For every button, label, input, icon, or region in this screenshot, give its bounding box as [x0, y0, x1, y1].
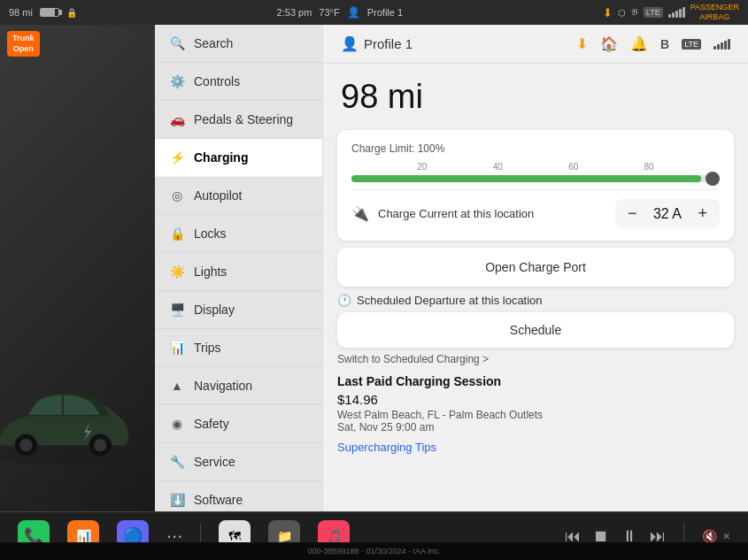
scale-20: 20	[417, 162, 427, 172]
charge-current-row: 🔌 Charge Current at this location − 32 A…	[351, 199, 720, 228]
safety-icon: ◉	[169, 416, 185, 432]
sidebar-item-controls[interactable]: ⚙️ Controls	[155, 63, 322, 101]
navigation-icon: ▲	[169, 378, 185, 394]
svg-point-4	[94, 439, 106, 451]
sidebar-label-charging: Charging	[194, 150, 248, 165]
sidebar-item-safety[interactable]: ◉ Safety	[155, 405, 322, 443]
sidebar-label-search: Search	[194, 36, 233, 50]
page-footer: 000-38599188 - 01/30/2024 - IAA Inc.	[0, 542, 748, 560]
sidebar-item-locks[interactable]: 🔒 Locks	[155, 215, 322, 253]
sidebar-label-locks: Locks	[194, 226, 227, 241]
range-value: 98 mi	[341, 78, 730, 116]
switch-charging-link[interactable]: Switch to Scheduled Charging >	[337, 353, 734, 365]
charge-amount-value: 32 A	[647, 206, 687, 222]
signal-bars	[668, 7, 685, 18]
download-status-icon: ⬇	[603, 6, 613, 19]
svg-point-2	[19, 439, 32, 451]
sidebar-label-lights: Lights	[194, 265, 227, 279]
sidebar-label-display: Display	[194, 303, 235, 317]
battery-icon	[40, 8, 59, 17]
charge-increase-button[interactable]: +	[698, 204, 707, 223]
service-icon: 🔧	[169, 454, 185, 470]
volume-slash: ✕	[722, 531, 730, 542]
locks-icon: 🔒	[169, 226, 185, 242]
charge-limit-scale: 20 40 60 80	[351, 162, 720, 172]
charge-bar-container[interactable]	[351, 175, 720, 182]
header-signal-bars	[713, 39, 730, 50]
charge-limit-label: Charge Limit: 100%	[351, 142, 720, 155]
charge-current-label: Charge Current at this location	[378, 207, 606, 220]
sidebar-label-safety: Safety	[194, 417, 229, 431]
sidebar-item-service[interactable]: 🔧 Service	[155, 443, 322, 481]
range-display: 98 mi	[9, 7, 33, 18]
profile-icon-status: 👤	[347, 6, 360, 19]
scale-40: 40	[493, 162, 503, 172]
software-icon: ⬇️	[169, 492, 185, 508]
sidebar-label-controls: Controls	[194, 74, 240, 88]
sidebar-item-search[interactable]: 🔍 Search	[155, 25, 322, 63]
range-display-area: 98 mi	[323, 64, 748, 123]
charge-limit-card: Charge Limit: 100% 20 40 60 80 🔌 Charge …	[337, 130, 734, 241]
sidebar-label-software: Software	[194, 493, 243, 507]
last-session-location: West Palm Beach, FL - Palm Beach Outlets	[337, 409, 734, 421]
open-charge-port-button[interactable]: Open Charge Port	[337, 248, 734, 287]
temperature: 73°F	[319, 7, 339, 18]
trips-icon: 📊	[169, 340, 185, 356]
header-bell-icon[interactable]: 🔔	[630, 35, 648, 52]
scale-80: 80	[644, 162, 654, 172]
charge-amount-control: − 32 A +	[615, 199, 720, 228]
header-lte-badge: LTE	[682, 39, 701, 50]
sidebar-label-autopilot: Autopilot	[194, 188, 242, 203]
charge-bar-fill	[351, 175, 701, 182]
clock: 2:53 pm	[277, 7, 312, 18]
profile-header: 👤 Profile 1 ⬇ 🏠 🔔 B LTE	[323, 25, 748, 64]
controls-icon: ⚙️	[169, 73, 185, 89]
display-icon: 🖥️	[169, 302, 185, 318]
volume-control[interactable]: 🔇 ✕	[702, 529, 730, 543]
sidebar-label-service: Service	[194, 455, 235, 469]
sidebar-item-trips[interactable]: 📊 Trips	[155, 329, 322, 367]
sidebar-item-navigation[interactable]: ▲ Navigation	[155, 367, 322, 405]
sidebar-item-display[interactable]: 🖥️ Display	[155, 291, 322, 329]
autopilot-icon: ◎	[169, 188, 185, 203]
profile-avatar-icon: 👤	[341, 35, 359, 52]
scheduled-departure-label: Scheduled Departure at this location	[357, 294, 543, 307]
bluetooth-icon: ⬡	[618, 8, 626, 18]
header-garage-icon[interactable]: 🏠	[600, 35, 618, 52]
charging-icon: ⚡	[169, 150, 185, 165]
supercharging-tips-link[interactable]: Supercharging Tips	[337, 441, 734, 454]
sidebar-item-software[interactable]: ⬇️ Software	[155, 481, 322, 511]
header-bluetooth-icon[interactable]: B	[660, 37, 669, 51]
charge-bar-thumb[interactable]	[706, 172, 720, 186]
search-icon: 🔍	[169, 35, 185, 51]
sidebar: 🔍 Search ⚙️ Controls 🚗 Pedals & Steering…	[155, 25, 323, 511]
scale-60: 60	[568, 162, 578, 172]
profile-name: Profile 1	[364, 36, 413, 51]
sidebar-item-pedals[interactable]: 🚗 Pedals & Steering	[155, 101, 322, 139]
header-icons: ⬇ 🏠 🔔 B LTE	[576, 35, 730, 52]
status-bar-left: 98 mi 🔒	[9, 7, 77, 18]
sidebar-item-autopilot[interactable]: ◎ Autopilot	[155, 177, 322, 215]
last-session-amount: $14.96	[337, 392, 734, 407]
sidebar-label-pedals: Pedals & Steering	[194, 112, 293, 127]
clock-icon: 🕐	[337, 294, 351, 307]
charge-decrease-button[interactable]: −	[628, 204, 637, 223]
sidebar-item-lights[interactable]: ☀️ Lights	[155, 253, 322, 291]
header-download-icon[interactable]: ⬇	[576, 35, 588, 52]
volume-icon: 🔇	[702, 529, 717, 543]
sidebar-item-charging[interactable]: ⚡ Charging	[155, 139, 322, 177]
sidebar-label-trips: Trips	[194, 341, 221, 355]
main-content: 👤 Profile 1 ⬇ 🏠 🔔 B LTE 98 mi Charge Lim…	[323, 25, 748, 511]
footer-text: 000-38599188 - 01/30/2024 - IAA Inc.	[307, 547, 440, 556]
charge-current-section: 🔌 Charge Current at this location − 32 A…	[351, 189, 720, 228]
trunk-open-badge: Trunk Open	[7, 31, 40, 57]
lights-icon: ☀️	[169, 264, 185, 280]
last-session-title: Last Paid Charging Session	[337, 374, 734, 388]
lock-status-icon: 🔒	[66, 8, 77, 18]
pedals-icon: 🚗	[169, 111, 185, 127]
status-bar-center: 2:53 pm 73°F 👤 Profile 1	[77, 6, 603, 19]
scheduled-departure-row: 🕐 Scheduled Departure at this location	[337, 294, 734, 307]
schedule-button[interactable]: Schedule	[337, 312, 734, 348]
status-bar: 98 mi 🔒 2:53 pm 73°F 👤 Profile 1 ⬇ ⬡ 𝔅 L…	[0, 0, 748, 25]
lte-badge: LTE	[644, 7, 663, 18]
